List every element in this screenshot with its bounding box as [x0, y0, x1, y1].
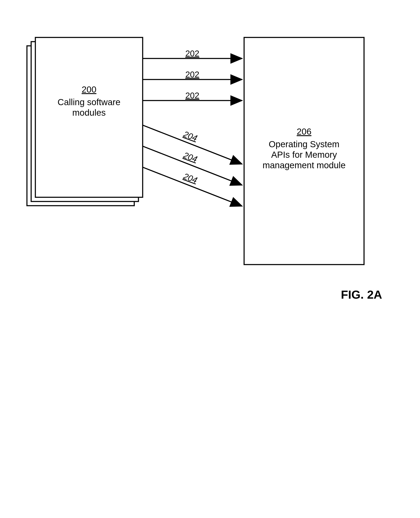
diagram-canvas: 200 Calling software modules 206 Operati…	[0, 0, 420, 518]
arrow-label-202-3: 202	[185, 91, 200, 100]
bottom-arrows: 204 204 204	[143, 125, 242, 206]
right-box-line2: APIs for Memory	[271, 150, 337, 160]
diagram-svg: 200 Calling software modules 206 Operati…	[0, 0, 420, 518]
arrow-label-204-2: 204	[182, 150, 199, 164]
right-box-line1: Operating System	[269, 139, 339, 149]
left-box-ref: 200	[82, 85, 96, 94]
left-box-stack	[27, 37, 143, 206]
arrow-label-202-2: 202	[185, 70, 200, 79]
top-arrows: 202 202 202	[143, 49, 242, 101]
left-box-line1: Calling software	[58, 97, 120, 107]
svg-line-10	[143, 167, 242, 206]
right-box-line3: management module	[262, 160, 346, 170]
arrow-label-204-1: 204	[182, 129, 199, 143]
right-box-ref: 206	[297, 127, 311, 136]
figure-label: FIG. 2A	[341, 288, 382, 301]
arrow-label-204-3: 204	[182, 171, 199, 185]
arrow-label-202-1: 202	[185, 49, 200, 58]
left-box-line2: modules	[72, 108, 106, 118]
